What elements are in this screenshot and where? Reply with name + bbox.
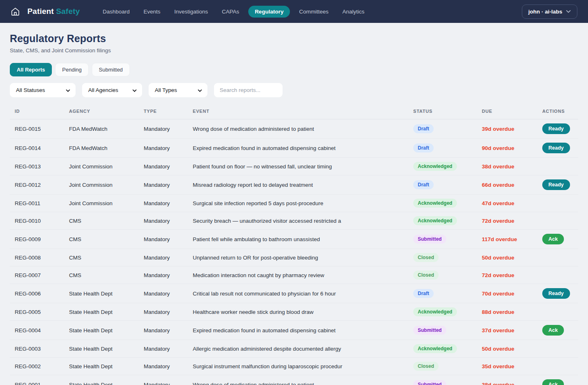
- cell-agency: CMS: [64, 266, 139, 284]
- nav-item-regulatory[interactable]: Regulatory: [248, 6, 290, 18]
- cell-event: Expired medication found in automated di…: [188, 321, 408, 340]
- cell-id: REG-0010: [10, 212, 64, 230]
- cell-due: 38d overdue: [477, 158, 537, 175]
- account-label: john · ai-labs: [528, 9, 562, 15]
- main-content: Regulatory Reports State, CMS, and Joint…: [0, 33, 588, 385]
- cell-status: Draft: [408, 175, 477, 195]
- table-row: REG-0005State Health DeptMandatoryHealth…: [10, 303, 578, 321]
- nav-item-events[interactable]: Events: [139, 6, 165, 18]
- ready-button[interactable]: Ready: [542, 123, 570, 134]
- cell-agency: FDA MedWatch: [64, 119, 139, 139]
- cell-event: Allergic medication administered despite…: [188, 340, 408, 358]
- cell-due: 35d overdue: [477, 358, 537, 375]
- tab-all-reports[interactable]: All Reports: [10, 63, 52, 76]
- cell-id: REG-0005: [10, 303, 64, 321]
- cell-event: Wrong dose of medication administered to…: [188, 375, 408, 385]
- chevron-down-icon: [566, 10, 571, 13]
- column-header-id: ID: [10, 105, 64, 119]
- cell-due: 50d overdue: [477, 249, 537, 266]
- status-badge: Acknowledged: [413, 216, 457, 225]
- cell-id: REG-0007: [10, 266, 64, 284]
- cell-agency: State Health Dept: [64, 340, 139, 358]
- nav-item-investigations[interactable]: Investigations: [169, 6, 213, 18]
- account-menu-button[interactable]: john · ai-labs: [522, 4, 577, 19]
- cell-event: Surgical instrument malfunction during l…: [188, 358, 408, 375]
- column-header-due: DUE: [477, 105, 537, 119]
- cell-due: 117d overdue: [477, 230, 537, 249]
- cell-actions: [537, 195, 578, 212]
- cell-actions: [537, 212, 578, 230]
- cell-actions: Ack: [537, 375, 578, 385]
- cell-status: Acknowledged: [408, 158, 477, 175]
- cell-due: 39d overdue: [477, 119, 537, 139]
- status-badge: Closed: [413, 271, 439, 280]
- status-badge: Draft: [413, 143, 434, 152]
- cell-type: Mandatory: [139, 249, 188, 266]
- cell-event: Patient fell while ambulating to bathroo…: [188, 230, 408, 249]
- cell-type: Mandatory: [139, 375, 188, 385]
- table-row: REG-0007CMSMandatoryMedication interacti…: [10, 266, 578, 284]
- cell-id: REG-0001: [10, 375, 64, 385]
- nav-item-dashboard[interactable]: Dashboard: [98, 6, 134, 18]
- cell-status: Closed: [408, 358, 477, 375]
- cell-id: REG-0011: [10, 195, 64, 212]
- ack-button[interactable]: Ack: [542, 234, 564, 244]
- status-filter-select[interactable]: All Statuses: [10, 83, 76, 97]
- cell-actions: Ack: [537, 230, 578, 249]
- cell-due: 37d overdue: [477, 321, 537, 340]
- status-badge: Acknowledged: [413, 344, 457, 353]
- cell-actions: [537, 303, 578, 321]
- cell-agency: State Health Dept: [64, 321, 139, 340]
- agency-filter-select[interactable]: All Agencies: [82, 83, 142, 97]
- cell-type: Mandatory: [139, 230, 188, 249]
- tab-pending[interactable]: Pending: [55, 63, 89, 76]
- cell-actions: Ack: [537, 321, 578, 340]
- status-badge: Submitted: [413, 235, 446, 244]
- cell-event: Surgical site infection reported 5 days …: [188, 195, 408, 212]
- tab-submitted[interactable]: Submitted: [92, 63, 130, 76]
- cell-event: Expired medication found in automated di…: [188, 139, 408, 158]
- nav-item-committees[interactable]: Committees: [294, 6, 333, 18]
- cell-id: REG-0004: [10, 321, 64, 340]
- cell-agency: Joint Commission: [64, 158, 139, 175]
- table-row: REG-0008CMSMandatoryUnplanned return to …: [10, 249, 578, 266]
- cell-id: REG-0015: [10, 119, 64, 139]
- brand-primary: Patient: [27, 7, 54, 16]
- cell-type: Mandatory: [139, 266, 188, 284]
- ready-button[interactable]: Ready: [542, 179, 570, 190]
- search-input[interactable]: [214, 83, 283, 97]
- cell-actions: [537, 249, 578, 266]
- reports-table: IDAGENCYTYPEEVENTSTATUSDUEACTIONS REG-00…: [10, 105, 578, 385]
- cell-actions: [537, 158, 578, 175]
- status-badge: Acknowledged: [413, 199, 457, 208]
- brand-accent: Safety: [56, 7, 80, 16]
- cell-type: Mandatory: [139, 284, 188, 303]
- page-subtitle: State, CMS, and Joint Commission filings: [10, 47, 578, 54]
- table-header-row: IDAGENCYTYPEEVENTSTATUSDUEACTIONS: [10, 105, 578, 119]
- cell-actions: [537, 266, 578, 284]
- cell-type: Mandatory: [139, 212, 188, 230]
- ack-button[interactable]: Ack: [542, 325, 564, 336]
- table-row: REG-0014FDA MedWatchMandatoryExpired med…: [10, 139, 578, 158]
- ack-button[interactable]: Ack: [542, 379, 564, 385]
- cell-actions: Ready: [537, 139, 578, 158]
- cell-type: Mandatory: [139, 175, 188, 195]
- status-badge: Acknowledged: [413, 162, 457, 171]
- cell-event: Medication interaction not caught by pha…: [188, 266, 408, 284]
- home-icon[interactable]: [11, 7, 20, 16]
- cell-id: REG-0006: [10, 284, 64, 303]
- page-title: Regulatory Reports: [10, 33, 578, 45]
- cell-status: Draft: [408, 139, 477, 158]
- cell-actions: [537, 340, 578, 358]
- cell-event: Misread radiology report led to delayed …: [188, 175, 408, 195]
- nav-item-capas[interactable]: CAPAs: [217, 6, 244, 18]
- nav-item-analytics[interactable]: Analytics: [337, 6, 369, 18]
- cell-agency: Joint Commission: [64, 175, 139, 195]
- cell-status: Acknowledged: [408, 195, 477, 212]
- cell-type: Mandatory: [139, 321, 188, 340]
- type-filter-select[interactable]: All Types: [149, 83, 207, 97]
- cell-type: Mandatory: [139, 303, 188, 321]
- ready-button[interactable]: Ready: [542, 143, 570, 153]
- status-badge: Draft: [413, 124, 434, 133]
- ready-button[interactable]: Ready: [542, 288, 570, 299]
